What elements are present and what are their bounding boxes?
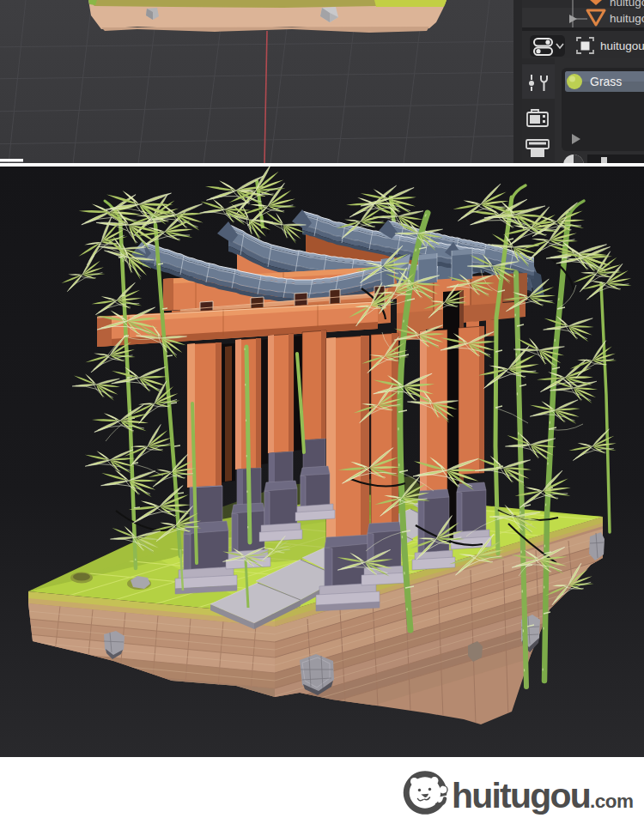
svg-text:huitugou: huitugou — [452, 776, 590, 815]
svg-text:huitugo: huitugo — [610, 0, 644, 9]
svg-text:huitugo: huitugo — [610, 12, 644, 25]
svg-text:.com: .com — [590, 791, 634, 812]
svg-text:huitugou: huitugou — [600, 39, 644, 52]
svg-text:Grass: Grass — [590, 75, 622, 88]
